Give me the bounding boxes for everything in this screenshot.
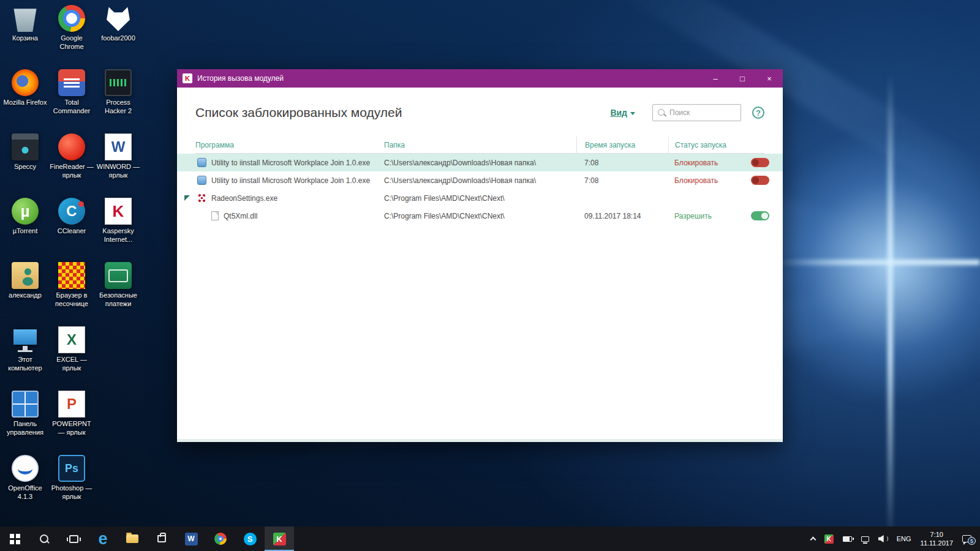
window-title: История вызова модулей: [197, 74, 702, 83]
sandbox-browser-icon: [58, 262, 85, 289]
desktop-icon-label: CCleaner: [49, 227, 94, 236]
kaspersky-taskbar-icon: K: [273, 533, 286, 545]
desktop-icon-kis[interactable]: KKaspersky Internet...: [96, 197, 141, 261]
page-title: Список заблокированных модулей: [195, 105, 402, 120]
store-taskbar-button[interactable]: [147, 527, 176, 551]
search-taskbar-button[interactable]: [29, 527, 59, 551]
minimize-button[interactable]: –: [702, 69, 729, 88]
search-box[interactable]: [652, 104, 741, 121]
launch-time: 09.11.2017 18:14: [576, 212, 668, 220]
volume-tray-button[interactable]: [878, 535, 888, 542]
desktop-icon-label: FineReader — ярлык: [49, 163, 94, 180]
system-tray: K ENG 7:10 11.11.2017 5: [811, 527, 980, 551]
desktop-icon-ccleaner[interactable]: CCCleaner: [49, 197, 94, 261]
start-taskbar-button[interactable]: [0, 527, 29, 551]
desktop-icon-finereader[interactable]: FineReader — ярлык: [49, 132, 94, 197]
desktop-icon-label: Photoshop — ярлык: [49, 484, 94, 501]
desktop-icon-excel[interactable]: XEXCEL — ярлык: [49, 325, 94, 389]
desktop-icon-label: Панель управления: [2, 420, 48, 437]
clock[interactable]: 7:10 11.11.2017: [921, 530, 953, 547]
taskview-taskbar-button[interactable]: [59, 527, 88, 551]
close-button[interactable]: ×: [756, 69, 783, 88]
taskbar-apps: eWSK: [0, 527, 294, 551]
status-label[interactable]: Блокировать: [674, 176, 718, 185]
desktop-icon-sandbox[interactable]: Браузер в песочнице: [49, 261, 94, 325]
desktop-icon-thispc[interactable]: Этот компьютер: [2, 325, 48, 389]
status-label[interactable]: Блокировать: [674, 159, 718, 167]
store-icon: [157, 535, 166, 542]
chrome-taskbar-button[interactable]: [206, 527, 235, 551]
status-toggle[interactable]: [751, 211, 769, 220]
desktop-icon-label: Этот компьютер: [2, 356, 48, 373]
window-body: Список заблокированных модулей Вид ?: [177, 102, 783, 123]
desktop-icon-chrome[interactable]: Google Chrome: [49, 4, 94, 68]
table-row[interactable]: Qt5Xml.dllC:\Program Files\AMD\CNext\CNe…: [177, 207, 783, 225]
desktop-icon-label: Speccy: [2, 163, 48, 171]
desktop-icon-winword[interactable]: WWINWORD — ярлык: [96, 132, 141, 197]
chrome-icon: [58, 5, 85, 32]
language-indicator[interactable]: ENG: [897, 535, 911, 542]
desktop-icon-speccy[interactable]: Speccy: [2, 132, 48, 197]
dll-icon: [211, 211, 219, 220]
status-cell: Разрешить: [668, 211, 769, 220]
status-toggle[interactable]: [751, 158, 769, 167]
help-button[interactable]: ?: [752, 107, 764, 119]
desktop-icon-totalcmd[interactable]: Total Commander: [49, 68, 94, 132]
task-view-icon: [69, 535, 78, 543]
network-tray-button[interactable]: [861, 536, 869, 542]
desktop-icon-firefox[interactable]: Mozilla Firefox: [2, 68, 48, 132]
status-toggle[interactable]: [751, 176, 769, 185]
action-center-button[interactable]: 5: [962, 535, 971, 542]
window-titlebar[interactable]: K История вызова модулей – □ ×: [177, 69, 783, 88]
utorrent-icon: µ: [12, 198, 39, 225]
maximize-button[interactable]: □: [729, 69, 756, 88]
skype-taskbar-button[interactable]: S: [235, 527, 265, 551]
toggle-knob: [752, 177, 759, 184]
table-row[interactable]: Utility to iinstall Microsoft Workplace …: [177, 171, 783, 189]
battery-tray-button[interactable]: [843, 536, 852, 542]
table-row[interactable]: RadeonSettings.exeC:\Program Files\AMD\C…: [177, 189, 783, 207]
desktop-icon-label: Браузер в песочнице: [49, 291, 94, 309]
desktop-column: Google ChromeTotal CommanderFineReader —…: [49, 4, 94, 518]
desktop-icon-label: Безопасные платежи: [96, 291, 141, 309]
tray-chevron-button[interactable]: [811, 536, 815, 542]
desktop-icon-label: foobar2000: [96, 34, 141, 43]
desktop-icon-prochack[interactable]: Process Hacker 2: [96, 68, 141, 132]
view-dropdown[interactable]: Вид: [610, 108, 635, 118]
safe-money-icon: [105, 262, 132, 289]
foobar2000-icon: [105, 5, 132, 32]
column-header[interactable]: Статус запуска: [668, 137, 764, 153]
kaspersky-taskbar-button[interactable]: K: [265, 527, 294, 551]
desktop-icon-openoffice[interactable]: OpenOffice 4.1.3: [2, 454, 48, 518]
clock-date: 11.11.2017: [921, 539, 953, 547]
desktop-icon-userfolder[interactable]: александр: [2, 261, 48, 325]
desktop-icon-powerpnt[interactable]: PPOWERPNT — ярлык: [49, 389, 94, 454]
program-cell: Qt5Xml.dll: [195, 211, 384, 220]
desktop-icon-utorrent[interactable]: µµTorrent: [2, 197, 48, 261]
finereader-icon: [58, 133, 85, 160]
file-explorer-icon: [126, 534, 138, 543]
column-header[interactable]: Время запуска: [576, 137, 668, 153]
column-header[interactable]: Программа: [195, 137, 384, 153]
desktop-icon-photoshop[interactable]: PsPhotoshop — ярлык: [49, 454, 94, 518]
desktop-icon-label: Process Hacker 2: [96, 99, 141, 116]
desktop-icon-recycle[interactable]: Корзина: [2, 4, 48, 68]
search-input[interactable]: [669, 108, 736, 117]
desktop-icon-safepay[interactable]: Безопасные платежи: [96, 261, 141, 325]
desktop-icon-foobar[interactable]: foobar2000: [96, 4, 141, 68]
total-commander-icon: [58, 69, 85, 96]
table-row[interactable]: Utility to iinstall Microsoft Workplace …: [177, 154, 783, 171]
search-icon: [658, 109, 666, 117]
desktop-icon-ctrlpanel[interactable]: Панель управления: [2, 389, 48, 454]
status-label[interactable]: Разрешить: [674, 212, 712, 220]
edge-taskbar-button[interactable]: e: [88, 527, 118, 551]
skype-icon: S: [244, 533, 257, 545]
view-dropdown-label: Вид: [610, 108, 627, 118]
word-taskbar-button[interactable]: W: [176, 527, 206, 551]
desktop-icon-label: Kaspersky Internet...: [96, 227, 141, 244]
desktop-icon-label: александр: [2, 291, 48, 300]
column-header[interactable]: Папка: [384, 137, 576, 153]
explorer-taskbar-button[interactable]: [118, 527, 147, 551]
program-name: Utility to iinstall Microsoft Workplace …: [211, 176, 370, 185]
kaspersky-tray-button[interactable]: K: [824, 534, 834, 544]
